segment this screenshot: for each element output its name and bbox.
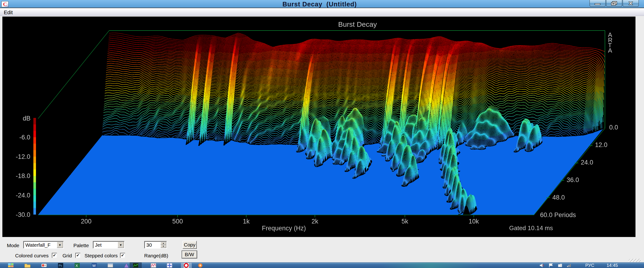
svg-text:W: W [92,264,96,268]
svg-text:Ps: Ps [59,264,62,267]
svg-text:X: X [76,264,78,268]
